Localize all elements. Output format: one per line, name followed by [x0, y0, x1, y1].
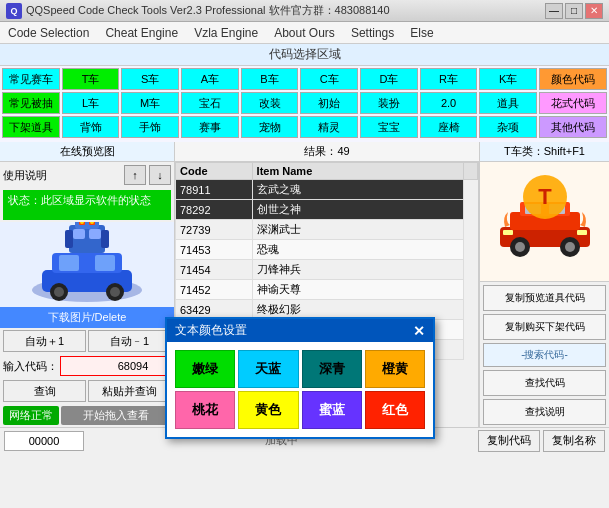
btn-2-0[interactable]: 2.0 — [420, 92, 478, 114]
right-panel: T车类：Shift+F1 T — [479, 142, 609, 427]
cell-code: 78911 — [176, 180, 253, 200]
cell-name: 刀锋神兵 — [252, 260, 463, 280]
btn-event[interactable]: 赛事 — [181, 116, 239, 138]
dialog-close-button[interactable]: ✕ — [413, 323, 425, 339]
search-code-btn[interactable]: -搜索代码- — [483, 343, 606, 367]
menu-about-ours[interactable]: About Ours — [266, 22, 343, 43]
copy-buy-btn[interactable]: 复制购买下架代码 — [483, 314, 606, 340]
color-cell-5[interactable]: 黄色 — [238, 391, 298, 429]
download-button[interactable]: 下载图片/Delete — [0, 307, 174, 328]
preview-header: 在线预览图 — [0, 142, 174, 162]
svg-point-27 — [565, 242, 575, 252]
btn-color-code[interactable]: 颜色代码 — [539, 68, 607, 90]
btn-tool[interactable]: 道具 — [479, 92, 537, 114]
btn-back-deco[interactable]: 背饰 — [62, 116, 120, 138]
table-row[interactable]: 72739深渊武士 — [176, 220, 478, 240]
find-code-btn[interactable]: 查找代码 — [483, 370, 606, 396]
cell-code: 71452 — [176, 280, 253, 300]
close-button[interactable]: ✕ — [585, 3, 603, 19]
btn-costume[interactable]: 装扮 — [360, 92, 418, 114]
bottom-code-input[interactable] — [4, 431, 84, 451]
right-actions: 复制预览道具代码 复制购买下架代码 -搜索代码- 查找代码 查找说明 — [480, 282, 609, 429]
color-cell-3[interactable]: 橙黄 — [365, 350, 425, 388]
svg-rect-10 — [73, 229, 85, 239]
dialog-title-bar: 文本颜色设置 ✕ — [167, 319, 433, 342]
menu-settings[interactable]: Settings — [343, 22, 402, 43]
maximize-button[interactable]: □ — [565, 3, 583, 19]
preview-image-area — [0, 222, 174, 307]
color-dialog: 文本颜色设置 ✕ 嫩绿天蓝深青橙黄桃花黄色蜜蓝红色 — [165, 317, 435, 439]
btn-r-car[interactable]: R车 — [420, 68, 478, 90]
menu-cheat-engine[interactable]: Cheat Engine — [97, 22, 186, 43]
btn-d-car[interactable]: D车 — [360, 68, 418, 90]
bottom-copy-buttons: 复制代码 复制名称 — [478, 430, 605, 452]
btn-c-car[interactable]: C车 — [300, 68, 358, 90]
find-desc-btn[interactable]: 查找说明 — [483, 399, 606, 425]
btn-other-code[interactable]: 其他代码 — [539, 116, 607, 138]
btn-drawn[interactable]: 常见被抽 — [2, 92, 60, 114]
copy-code-button[interactable]: 复制代码 — [478, 430, 540, 452]
svg-rect-11 — [89, 229, 101, 239]
title-bar: Q QQSpeed Code Check Tools Ver2.3 Profes… — [0, 0, 609, 22]
color-cell-1[interactable]: 天蓝 — [238, 350, 298, 388]
btn-baby[interactable]: 宝宝 — [360, 116, 418, 138]
btn-hand-deco[interactable]: 手饰 — [121, 116, 179, 138]
svg-rect-14 — [75, 222, 99, 229]
color-cell-0[interactable]: 嫩绿 — [175, 350, 235, 388]
auto-minus-button[interactable]: 自动﹣1 — [88, 330, 171, 352]
color-cell-6[interactable]: 蜜蓝 — [302, 391, 362, 429]
cell-name: 深渊武士 — [252, 220, 463, 240]
menu-vzla-engine[interactable]: Vzla Engine — [186, 22, 266, 43]
btn-k-car[interactable]: K车 — [479, 68, 537, 90]
table-row[interactable]: 71452神谕天尊 — [176, 280, 478, 300]
copy-name-button[interactable]: 复制名称 — [543, 430, 605, 452]
cell-name: 恐魂 — [252, 240, 463, 260]
open-view-button[interactable]: 开始拖入查看 — [61, 406, 171, 425]
table-row[interactable]: 71454刀锋神兵 — [176, 260, 478, 280]
minimize-button[interactable]: — — [545, 3, 563, 19]
btn-fancy-code[interactable]: 花式代码 — [539, 92, 607, 114]
btn-seat[interactable]: 座椅 — [420, 116, 478, 138]
btn-misc[interactable]: 杂项 — [479, 116, 537, 138]
btn-s-car[interactable]: S车 — [121, 68, 179, 90]
btn-pet[interactable]: 宠物 — [241, 116, 299, 138]
arrow-down-button[interactable]: ↓ — [149, 165, 171, 185]
menu-bar: Code Selection Cheat Engine Vzla Engine … — [0, 22, 609, 44]
btn-b-car[interactable]: B车 — [241, 68, 299, 90]
copy-preview-btn[interactable]: 复制预览道具代码 — [483, 285, 606, 311]
svg-rect-4 — [95, 255, 115, 271]
menu-code-selection[interactable]: Code Selection — [0, 22, 97, 43]
svg-rect-12 — [65, 230, 73, 248]
svg-rect-13 — [101, 230, 109, 248]
btn-gem[interactable]: 宝石 — [181, 92, 239, 114]
color-cell-4[interactable]: 桃花 — [175, 391, 235, 429]
cell-code: 72739 — [176, 220, 253, 240]
auto-plus-button[interactable]: 自动＋1 — [3, 330, 86, 352]
query-button[interactable]: 查询 — [3, 380, 86, 402]
paste-query-button[interactable]: 粘贴并查询 — [88, 380, 171, 402]
dialog-title-text: 文本颜色设置 — [175, 322, 247, 339]
app-icon: Q — [6, 3, 22, 19]
col-code: Code — [176, 163, 253, 180]
btn-a-car[interactable]: A车 — [181, 68, 239, 90]
result-header: 结果：49 — [175, 142, 479, 162]
menu-else[interactable]: Else — [402, 22, 441, 43]
btn-l-car[interactable]: L车 — [62, 92, 120, 114]
btn-spirit[interactable]: 精灵 — [300, 116, 358, 138]
table-row[interactable]: 71453恐魂 — [176, 240, 478, 260]
code-input-row: 输入代码： — [0, 354, 174, 378]
btn-initial[interactable]: 初始 — [300, 92, 358, 114]
car-robot-preview — [17, 222, 157, 307]
btn-t-car[interactable]: T车 — [62, 68, 120, 90]
btn-delisted[interactable]: 下架道具 — [2, 116, 60, 138]
color-cell-7[interactable]: 红色 — [365, 391, 425, 429]
btn-mod[interactable]: 改装 — [241, 92, 299, 114]
table-row[interactable]: 78292创世之神 — [176, 200, 478, 220]
btn-common-car[interactable]: 常见赛车 — [2, 68, 60, 90]
table-row[interactable]: 78911玄武之魂 — [176, 180, 478, 200]
color-cell-2[interactable]: 深青 — [302, 350, 362, 388]
arrow-up-button[interactable]: ↑ — [124, 165, 146, 185]
btn-m-car[interactable]: M车 — [121, 92, 179, 114]
use-label: 使用说明 — [3, 168, 121, 183]
region-header: 代码选择区域 — [0, 44, 609, 66]
